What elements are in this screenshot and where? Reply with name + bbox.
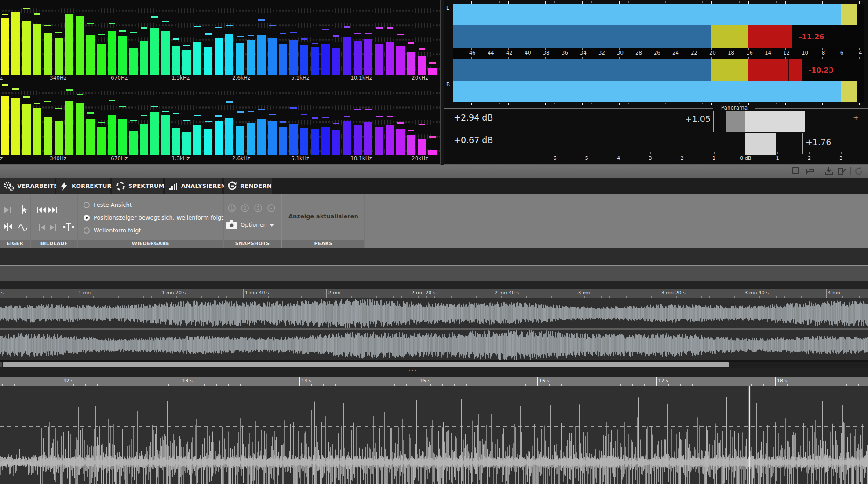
scroll-to-cursor-icon[interactable]: [63, 222, 73, 231]
spectrum-peak-hold: [333, 35, 339, 37]
radio-positionszeiger-bewegt[interactable]: Positionszeiger bewegt sich, Wellenform …: [84, 214, 223, 221]
section-divider: [444, 108, 868, 109]
main-waveform-canvas[interactable]: [0, 386, 868, 484]
spectrum-bar: [150, 28, 159, 75]
waveform-overview: [0, 298, 868, 360]
spectrum-peak-hold: [397, 122, 404, 124]
meter-tick: [545, 1, 546, 4]
meter-tick: [813, 1, 813, 3]
peak-bar-fill: [453, 4, 841, 25]
main-time-ruler[interactable]: 12 s13 s14 s15 s16 s17 s18 s: [0, 377, 868, 386]
db-scale-label: -12: [777, 50, 794, 56]
spectrum-peak-hold: [248, 111, 254, 112]
group-label-zeiger: EIGER: [0, 241, 30, 246]
snapshot-3-button[interactable]: 3: [254, 204, 262, 212]
spectrum-peak-hold: [55, 108, 62, 109]
time-label: 2 mn 20 s: [412, 290, 436, 296]
edit-cursor-icon[interactable]: [18, 204, 29, 214]
spectrum-peak-hold: [387, 116, 393, 117]
new-file-icon[interactable]: [791, 166, 801, 176]
splitter-handle[interactable]: ···: [406, 368, 419, 374]
radio-wellenform-folgt[interactable]: Wellenform folgt: [84, 227, 141, 234]
time-label: 3 mn 40 s: [744, 290, 769, 296]
horizontal-scrollbar[interactable]: [0, 362, 868, 368]
scroll-step-back-icon[interactable]: [37, 223, 47, 232]
play-from-cursor-icon[interactable]: [3, 205, 13, 215]
tab-analysieren[interactable]: ANALYSIEREN: [165, 178, 222, 194]
time-label: 16 s: [539, 378, 549, 384]
main-waveform[interactable]: [0, 386, 868, 484]
spectrum-bar: [140, 41, 148, 75]
db-scale-label: -8: [813, 50, 831, 56]
db-scale-label: -36: [555, 50, 573, 56]
save-as-icon[interactable]: [837, 166, 847, 176]
panorama-scale-label: 3: [832, 155, 851, 161]
spectrum-peak-hold: [301, 38, 307, 40]
meter-tick: [490, 1, 490, 4]
panorama-zero-line: [713, 111, 714, 132]
spectrum-bar: [44, 117, 52, 155]
spectrum-bar: [321, 127, 330, 155]
spectrum-bar: [182, 50, 191, 75]
panorama-scale-tick: [841, 152, 842, 154]
group-divider: [364, 194, 365, 248]
scroll-to-start-icon[interactable]: [36, 205, 47, 215]
rms-bar-yellow: [711, 59, 748, 81]
meter-tick: [832, 103, 832, 104]
meter-tick-row-bottom: [453, 102, 864, 106]
anzeige-aktualisieren-button[interactable]: Anzeige aktualisieren: [282, 213, 365, 220]
meter-left-peak: [453, 4, 864, 25]
spectrum-bar: [289, 40, 298, 75]
spectrum-bar: [332, 130, 340, 155]
spectrum-peak-hold: [280, 33, 286, 34]
spectrum-bar: [407, 135, 415, 155]
tab-korrektur[interactable]: KORREKTUR: [56, 178, 110, 194]
center-cursor-icon[interactable]: [3, 222, 13, 231]
tab-spektrum[interactable]: SPEKTRUM: [112, 178, 163, 194]
panorama-scale-label: 3: [641, 155, 660, 161]
scrollbar-thumb[interactable]: [3, 362, 729, 367]
panorama-scale-label: 5: [577, 155, 596, 161]
playback-cursor[interactable]: [749, 386, 750, 484]
spectrum-bar: [321, 44, 330, 75]
radio-feste-ansicht[interactable]: Feste Ansicht: [84, 202, 132, 208]
rms-hold-line: [773, 25, 773, 48]
snapshot-dot-button[interactable]: •: [267, 204, 275, 212]
snapshot-1-button[interactable]: 1: [228, 204, 236, 212]
group-label-wiedergabe: WIEDERGABE: [78, 241, 223, 246]
spectrum-peak-hold: [162, 21, 169, 22]
camera-icon[interactable]: [226, 220, 237, 230]
scrollbar-stub[interactable]: [0, 362, 2, 367]
open-folder-icon[interactable]: [806, 166, 815, 176]
spectrum-peak-hold: [98, 122, 105, 123]
scroll-to-end-icon[interactable]: [47, 205, 58, 215]
export-file-icon[interactable]: [824, 166, 834, 176]
spectrum-peak-hold: [290, 32, 297, 33]
chevron-down-icon[interactable]: [270, 224, 274, 227]
spectrum-bar: [396, 46, 405, 75]
tab-rendern[interactable]: RENDERN: [224, 178, 272, 194]
db-scale-tick: [822, 48, 823, 50]
panorama-scale-label: 6: [545, 155, 565, 161]
optionen-dropdown[interactable]: Optionen: [241, 221, 267, 228]
render-icon: [227, 181, 237, 191]
spacer-band: [0, 281, 868, 289]
spectrum-peak-hold: [226, 25, 233, 26]
revert-icon[interactable]: [854, 166, 864, 176]
scroll-step-forward-icon[interactable]: [47, 223, 58, 232]
meter-tick: [850, 103, 850, 104]
plus-icon[interactable]: +: [853, 114, 859, 122]
overview-time-ruler[interactable]: s1 mn1 mn 20 s1 mn 40 s2 mn2 mn 20 s2 mn…: [0, 289, 868, 298]
sine-wave-icon[interactable]: [18, 222, 29, 231]
overview-waveform-left[interactable]: [0, 298, 868, 328]
panorama-scale-tick: [777, 152, 778, 154]
spectrum-bar: [364, 39, 372, 75]
panorama-section-title: Panorama: [713, 105, 755, 111]
snapshot-2-button[interactable]: 2: [241, 204, 249, 212]
time-major-tick: [410, 289, 410, 298]
db-scale-tick: [804, 48, 804, 50]
meter-tick: [675, 1, 675, 4]
overview-waveform-right[interactable]: [0, 330, 868, 360]
tab-verarbeiten[interactable]: VERARBEITEN: [0, 178, 55, 194]
db-scale-tick: [711, 48, 712, 50]
